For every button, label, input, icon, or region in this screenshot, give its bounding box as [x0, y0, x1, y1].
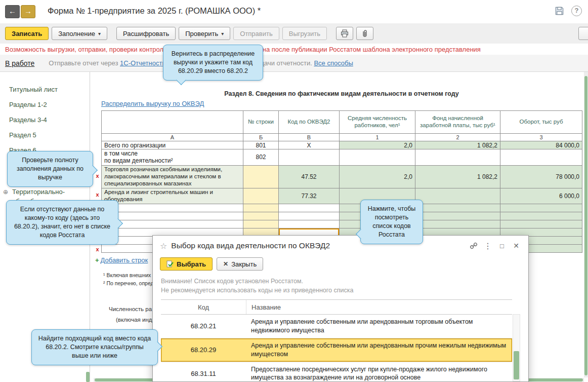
page-title: Форма № 1-предприятие за 2025 г. (РОМАШК…: [48, 6, 261, 16]
all-ways-link[interactable]: Все способы: [314, 59, 353, 67]
more-menu-icon[interactable]: ⋮: [481, 241, 495, 251]
delete-row-icon[interactable]: x: [94, 173, 101, 179]
cell-label[interactable]: [102, 212, 243, 220]
cell-headcount[interactable]: [340, 149, 415, 166]
cell-okved[interactable]: [279, 220, 340, 228]
table-letters-row: А Б В 1 2 3: [102, 134, 582, 141]
cell-line-no[interactable]: [243, 204, 279, 212]
dialog-scrollbar[interactable]: [513, 314, 520, 381]
cell-label[interactable]: [102, 220, 243, 228]
cell-okved[interactable]: 77.32: [279, 188, 340, 204]
cell-label[interactable]: [102, 204, 243, 212]
vertical-scrollbar[interactable]: [584, 72, 588, 377]
footnote-2: ² По перечню, опреде: [103, 280, 157, 286]
tooltip-check-revenue: Проверьте полноту заполнения данных по в…: [7, 151, 93, 187]
sidebar-item-sections-3-4[interactable]: Разделы 3-4: [0, 112, 90, 128]
attach-button[interactable]: [356, 27, 373, 40]
select-button[interactable]: Выбрать: [160, 257, 213, 271]
expand-icon[interactable]: ⊕: [3, 188, 8, 197]
cell-okved[interactable]: [279, 204, 340, 212]
column-name: Название: [246, 303, 512, 311]
cell-line-no[interactable]: [243, 212, 279, 220]
send-button[interactable]: Отправить: [233, 27, 279, 40]
cell-line-no[interactable]: [243, 165, 279, 188]
letter-b: Б: [243, 134, 279, 141]
cell-line-no[interactable]: 802: [243, 149, 279, 166]
write-button[interactable]: Записать: [5, 27, 49, 40]
sidebar-item-section-5[interactable]: Раздел 5: [0, 128, 90, 143]
fill-button[interactable]: Заполнение▾: [52, 27, 107, 40]
footnote-1: ¹ Включая внешних со: [103, 272, 158, 278]
scrollbar-thumb[interactable]: [584, 76, 587, 375]
report-state-link[interactable]: В работе: [5, 59, 34, 67]
okved-row[interactable]: 68.20.21 Аренда и управление собственным…: [161, 315, 512, 338]
plus-icon: +: [95, 256, 99, 264]
okved-name: Аренда и управление собственным или арен…: [246, 315, 512, 338]
distribute-revenue-link[interactable]: Распределить выручку по ОКВЭД: [101, 100, 204, 107]
window-restore-icon[interactable]: □: [495, 242, 509, 250]
tooltip-return-to-distribution: Вернитесь в распределение выручки и укаж…: [163, 45, 263, 81]
cell-line-no[interactable]: [243, 188, 279, 204]
cell-okved[interactable]: [279, 212, 340, 220]
scrollbar-thumb[interactable]: [514, 351, 519, 379]
cell-turnover[interactable]: 6 000,0: [500, 188, 582, 204]
cell-payroll[interactable]: [415, 149, 500, 166]
sidebar-scrollbar-thumb[interactable]: [86, 372, 90, 382]
check-button[interactable]: Проверить▾: [179, 27, 230, 40]
cell-okved[interactable]: 47.52: [279, 165, 340, 188]
okved-list: Код Название 68.20.21 Аренда и управлени…: [161, 299, 520, 381]
table-row-empty: [102, 220, 582, 228]
cell-line-no[interactable]: [243, 220, 279, 228]
sidebar-item-sections-1-2[interactable]: Разделы 1-2: [0, 97, 90, 112]
cell-label[interactable]: Аренда и лизинг строительных машин и обо…: [102, 188, 243, 204]
1c-reporting-link[interactable]: 1С-Отчетность: [120, 59, 165, 67]
sidebar-item-title-page[interactable]: Титульный лист: [0, 82, 90, 97]
decode-button[interactable]: Расшифровать: [116, 27, 176, 40]
cell-turnover[interactable]: 84 000,0: [500, 141, 582, 149]
cell-payroll[interactable]: 1 082,2: [415, 165, 500, 188]
delete-row-icon[interactable]: x: [94, 192, 101, 198]
cell-turnover[interactable]: 78 000,0: [500, 165, 582, 188]
print-button[interactable]: [336, 27, 353, 40]
table-row-incl: в том числе по видам деятельности² 802: [102, 149, 582, 166]
help-icon[interactable]: ?: [571, 6, 582, 16]
delete-row-icon[interactable]: x: [94, 246, 101, 253]
okved-row[interactable]: 68.31.11 Предоставление посреднических у…: [161, 362, 512, 382]
cell-turnover[interactable]: [500, 204, 582, 212]
section8-table: № строки Код по ОКВЭД2 Средняя численнос…: [101, 110, 582, 253]
cell-headcount[interactable]: 2,0: [340, 141, 415, 149]
header-payroll: Фонд начисленной заработной платы, тыс р…: [415, 111, 500, 134]
cell-turnover[interactable]: [500, 220, 582, 228]
table-row-activity: Торговля розничная скобяными изделиями, …: [102, 165, 582, 188]
tooltip-arrow: [176, 75, 186, 85]
cell-label[interactable]: Торговля розничная скобяными изделиями, …: [102, 165, 243, 188]
more-actions-button[interactable]: [578, 27, 588, 40]
forward-button[interactable]: →: [21, 5, 35, 18]
header-headcount: Средняя численность работников, чел¹: [340, 111, 415, 134]
okved-row-selected[interactable]: 68.20.29 Аренда и управление собственным…: [161, 338, 512, 362]
close-button[interactable]: ✕ Закрыть: [217, 257, 263, 271]
export-button[interactable]: Выгрузить: [282, 27, 327, 40]
back-button[interactable]: ←: [5, 5, 20, 18]
cell-payroll[interactable]: [415, 220, 500, 228]
cell-turnover[interactable]: [500, 212, 582, 220]
cell-label[interactable]: Всего по организации: [102, 141, 243, 149]
cell-payroll[interactable]: [415, 204, 500, 212]
add-row-link[interactable]: +Добавить строк: [95, 256, 148, 264]
save-icon[interactable]: [555, 6, 564, 16]
cell-payroll[interactable]: [415, 188, 500, 204]
favorite-star-icon[interactable]: ☆: [160, 241, 167, 251]
cell-headcount[interactable]: 2,0: [340, 165, 415, 188]
table-header-row: № строки Код по ОКВЭД2 Средняя численнос…: [102, 111, 582, 134]
table-row-total: Всего по организации 801 Х 2,0 1 082,2 8…: [102, 141, 582, 149]
cell-line-no[interactable]: 801: [243, 141, 279, 149]
cell-payroll[interactable]: 1 082,2: [415, 141, 500, 149]
cell-okved[interactable]: Х: [279, 141, 340, 149]
get-link-icon[interactable]: [467, 242, 481, 250]
cell-label[interactable]: в том числе по видам деятельности²: [102, 149, 243, 166]
cell-payroll[interactable]: [415, 212, 500, 220]
cell-okved[interactable]: [279, 149, 340, 166]
cell-turnover[interactable]: [500, 149, 582, 166]
letter-v: В: [279, 134, 340, 141]
close-icon[interactable]: ✕: [509, 242, 523, 250]
